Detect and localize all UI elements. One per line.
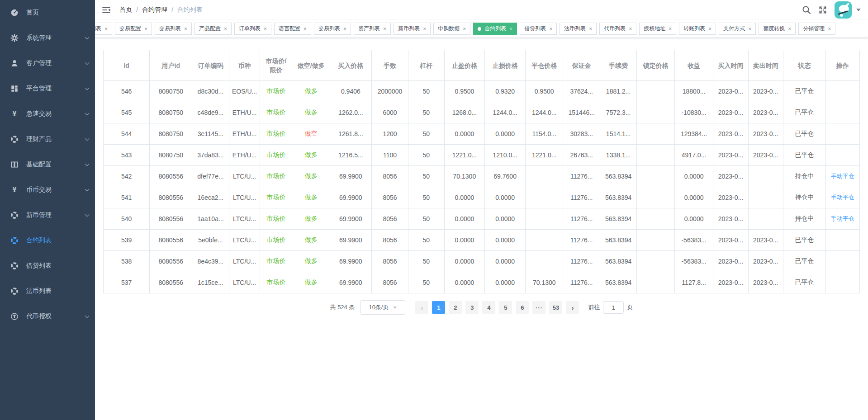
close-icon[interactable]: × [144, 26, 147, 32]
tab[interactable]: 分销管理× [798, 23, 835, 35]
tab[interactable]: 交易列表× [314, 23, 351, 35]
pager-page[interactable]: 1 [432, 301, 445, 314]
tab[interactable]: 列表× [95, 23, 112, 35]
sidebar-item[interactable]: 客户管理 [0, 51, 95, 76]
table-cell: ETH/U... [229, 123, 260, 145]
sidebar-item-label: 合约列表 [26, 236, 52, 245]
tab[interactable]: 订单列表× [234, 23, 271, 35]
pagination: 共 524 条 10条/页 ‹ 123456···53 › 前往 页 [103, 300, 860, 315]
table-cell: 手动平仓 [825, 208, 859, 230]
close-icon[interactable]: × [589, 26, 592, 32]
close-icon[interactable]: × [184, 26, 187, 32]
close-icon[interactable]: × [343, 26, 346, 32]
table-cell: 做多 [292, 251, 330, 272]
tab[interactable]: 交易列表× [155, 23, 192, 35]
sidebar-item[interactable]: 平台管理 [0, 76, 95, 101]
tab[interactable]: 语言配置× [274, 23, 311, 35]
tab-label: 交易列表 [318, 25, 340, 33]
pager-page[interactable]: 6 [516, 301, 529, 314]
tab[interactable]: 支付方式× [719, 23, 756, 35]
close-icon[interactable]: × [549, 26, 552, 32]
search-icon[interactable] [802, 5, 811, 14]
table-cell [637, 230, 674, 251]
tab-label: 分销管理 [803, 25, 825, 33]
close-icon[interactable]: × [224, 26, 227, 32]
manual-close-link[interactable]: 手动平仓 [831, 194, 854, 201]
tab-bar: 列表×交易配置×交易列表×产品配置×订单列表×语言配置×交易列表×资产列表×新币… [95, 20, 868, 38]
sidebar-item[interactable]: 法币列表 [0, 278, 95, 304]
close-icon[interactable]: × [629, 26, 632, 32]
grid-icon [9, 83, 20, 94]
table-cell: dfef77e... [192, 166, 229, 187]
sidebar-item[interactable]: 首页 [0, 0, 95, 25]
close-icon[interactable]: × [708, 26, 711, 32]
table-cell: 2023-0... [713, 145, 748, 166]
fullscreen-icon[interactable] [818, 5, 827, 14]
table-cell: 已平仓 [783, 230, 825, 251]
close-icon[interactable]: × [748, 26, 751, 32]
sidebar-item[interactable]: 合约列表 [0, 228, 95, 253]
tab-label: 资产列表 [358, 25, 380, 33]
pager-page[interactable]: 4 [482, 301, 495, 314]
avatar[interactable] [835, 1, 852, 19]
close-icon[interactable]: × [423, 26, 426, 32]
close-icon[interactable]: × [104, 26, 108, 32]
sidebar-item[interactable]: 系统管理 [0, 25, 95, 51]
sidebar-item[interactable]: 新币管理 [0, 203, 95, 228]
close-icon[interactable]: × [669, 26, 672, 32]
next-page-button[interactable]: › [566, 301, 579, 314]
tab[interactable]: 借贷列表× [520, 23, 557, 35]
column-header: 操作 [825, 50, 859, 81]
table-cell: 69.9900 [330, 187, 371, 208]
tab[interactable]: 交易配置× [115, 23, 152, 35]
close-icon[interactable]: × [304, 26, 307, 32]
goto-prefix-label: 前往 [588, 303, 600, 311]
tab[interactable]: 资产列表× [354, 23, 391, 35]
sidebar-item[interactable]: 理财产品 [0, 127, 95, 152]
pager-page[interactable]: 53 [549, 301, 562, 314]
close-icon[interactable]: × [264, 26, 267, 32]
manual-close-link[interactable]: 手动平仓 [831, 173, 854, 179]
pager-page[interactable]: 3 [465, 301, 479, 314]
table-cell: 0.0000 [444, 230, 485, 251]
tab[interactable]: 代币列表× [599, 23, 636, 35]
sidebar-item[interactable]: 基础配置 [0, 152, 95, 177]
page-size-select[interactable]: 10条/页 [360, 300, 405, 315]
tab-label: 支付方式 [723, 25, 745, 33]
tab-label: 合约列表 [484, 25, 506, 33]
breadcrumb-item[interactable]: 首页 [119, 6, 132, 14]
close-icon[interactable]: × [463, 26, 466, 32]
breadcrumb-item[interactable]: 合约管理 [142, 6, 167, 14]
tab[interactable]: 额度转换× [759, 23, 796, 35]
chevron-down-icon[interactable] [856, 9, 861, 11]
goto-page-input[interactable] [603, 301, 624, 314]
table-cell: 0.0000 [674, 208, 713, 230]
table-cell: 2023-0... [713, 187, 748, 208]
close-icon[interactable]: × [828, 26, 831, 32]
sidebar-item[interactable]: ¥币币交易 [0, 177, 95, 203]
close-icon[interactable]: × [509, 26, 512, 32]
pager-page[interactable]: 2 [449, 301, 462, 314]
tab[interactable]: 合约列表× [473, 23, 517, 35]
pager-more[interactable]: ··· [532, 301, 545, 314]
sidebar-item[interactable]: 借贷列表 [0, 253, 95, 278]
tab[interactable]: 产品配置× [194, 23, 232, 35]
tab[interactable]: 授权地址× [639, 23, 676, 35]
prev-page-button[interactable]: ‹ [415, 301, 428, 314]
table-cell: d8c30d... [192, 81, 229, 102]
tab[interactable]: 转账列表× [679, 23, 716, 35]
manual-close-link[interactable]: 手动平仓 [831, 215, 854, 222]
table-cell: 2000000 [371, 81, 408, 102]
pager-page[interactable]: 5 [499, 301, 512, 314]
tab[interactable]: 申购数据× [433, 23, 470, 35]
tab[interactable]: 新币列表× [394, 23, 431, 35]
table-cell: 0.9320 [485, 81, 526, 102]
table-row: 543808075037da83...ETH/U...市场价做多1216.5..… [104, 145, 860, 166]
sidebar-item[interactable]: ¥急速交易 [0, 101, 95, 127]
tab[interactable]: 法币列表× [560, 23, 597, 35]
close-icon[interactable]: × [788, 26, 791, 32]
hamburger-icon[interactable] [101, 5, 111, 15]
sidebar-item[interactable]: 代币授权 [0, 304, 95, 329]
close-icon[interactable]: × [383, 26, 386, 32]
table-cell: 538 [104, 251, 150, 272]
